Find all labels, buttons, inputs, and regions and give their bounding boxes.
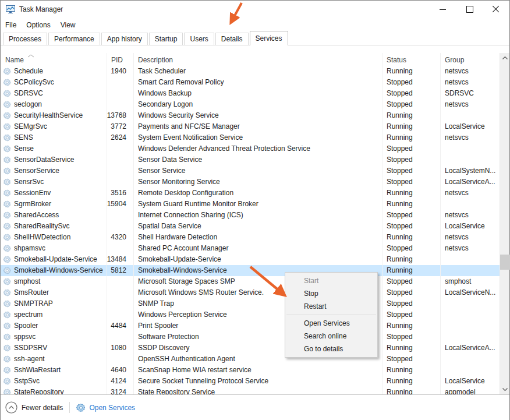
cell-status: Running [382, 132, 440, 143]
table-row[interactable]: SenseWindows Defender Advanced Threat Pr… [1, 143, 500, 154]
chevron-down-icon [502, 388, 508, 391]
table-row[interactable]: SecurityHealthService13768Windows Securi… [1, 110, 500, 121]
minimize-button[interactable] [429, 1, 456, 18]
table-row[interactable]: StateRepository3124State Repository Serv… [1, 387, 500, 394]
cell-pid [107, 210, 133, 221]
table-row[interactable]: SstpSvc4124Secure Socket Tunneling Proto… [1, 376, 500, 387]
table-row[interactable]: seclogonSecondary LogonStoppednetsvcs [1, 99, 500, 110]
column-header-group[interactable]: Group [440, 53, 500, 66]
table-row[interactable]: SharedAccessInternet Connection Sharing … [1, 210, 500, 221]
close-button[interactable] [483, 1, 509, 18]
table-row[interactable]: SensorServiceSensor ServiceStoppedLocalS… [1, 165, 500, 177]
cell-pid [107, 243, 133, 254]
table-row[interactable]: SharedRealitySvcSpatial Data ServiceStop… [1, 221, 500, 232]
cell-group: appmodel [440, 387, 500, 394]
table-row[interactable]: SENS2624System Event Notification Servic… [1, 132, 500, 143]
table-row[interactable]: Smokeball-Windows-Service5812Smokeball-W… [1, 265, 500, 276]
table-row[interactable]: SNMPTRAPSNMP TrapStopped [1, 298, 500, 309]
cell-status: Running [382, 121, 440, 132]
table-row[interactable]: Schedule1940Task SchedulerRunningnetsvcs [1, 66, 500, 77]
table-row[interactable]: SessionEnv3516Remote Desktop Configurati… [1, 188, 500, 199]
tab-startup[interactable]: Startup [149, 33, 183, 45]
cell-status: Stopped [382, 243, 440, 254]
cell-status: Stopped [382, 298, 440, 309]
cell-description: State Repository Service [133, 387, 382, 394]
cell-pid: 3772 [107, 121, 133, 132]
cell-name: SensorService [1, 165, 107, 177]
cell-group: LocalService [440, 221, 500, 232]
cell-status: Stopped [382, 143, 440, 154]
cell-pid [107, 99, 133, 110]
table-row[interactable]: spectrumWindows Perception ServiceStoppe… [1, 309, 500, 320]
cell-pid [107, 298, 133, 309]
cell-description: System Guard Runtime Monitor Broker [133, 199, 382, 210]
cell-status: Running [382, 188, 440, 199]
service-gear-icon [3, 289, 11, 297]
context-menu-item-restart[interactable]: Restart [285, 300, 377, 313]
gear-icon [76, 403, 86, 412]
cell-name: SENS [1, 132, 107, 143]
cell-status: Stopped [382, 331, 440, 343]
table-row[interactable]: Smokeball-Update-Service13484Smokeball-U… [1, 254, 500, 265]
tab-users[interactable]: Users [184, 33, 214, 45]
column-header-status[interactable]: Status [382, 53, 440, 66]
column-header-pid[interactable]: PID [107, 53, 133, 66]
cell-status: Running [382, 376, 440, 387]
list-header: NamePIDDescriptionStatusGroup [1, 53, 500, 66]
table-row[interactable]: ssh-agentOpenSSH Authentication AgentSto… [1, 354, 500, 365]
table-row[interactable]: ShellHWDetection4320Shell Hardware Detec… [1, 232, 500, 243]
scroll-down-button[interactable] [500, 384, 510, 394]
tab-strip: ProcessesPerformanceApp historyStartupUs… [1, 31, 509, 45]
scroll-up-button[interactable] [500, 53, 510, 63]
context-menu-item-open-services[interactable]: Open Services [285, 317, 377, 330]
fewer-details-button[interactable]: Fewer details [5, 401, 63, 414]
cell-name: Schedule [1, 66, 107, 77]
table-row[interactable]: SmsRouterMicrosoft Windows SMS Router Se… [1, 287, 500, 298]
task-manager-window: Task Manager FileOptionsView ProcessesPe… [0, 0, 510, 420]
table-row[interactable]: SgrmBroker15904System Guard Runtime Moni… [1, 199, 500, 210]
table-row[interactable]: Spooler4484Print SpoolerRunning [1, 320, 500, 331]
cell-group [440, 254, 500, 265]
maximize-button[interactable] [456, 1, 483, 18]
cell-group: LocalService [440, 376, 500, 387]
window-title: Task Manager [19, 5, 63, 13]
tab-app-history[interactable]: App history [101, 33, 148, 45]
cell-group: LocalServiceA... [440, 343, 500, 354]
table-row[interactable]: SEMgrSvc3772Payments and NFC/SE ManagerR… [1, 121, 500, 132]
cell-description: Sensor Data Service [133, 154, 382, 165]
cell-group: LocalSystemN... [440, 165, 500, 177]
context-menu-item-search-online[interactable]: Search online [285, 330, 377, 343]
menu-file[interactable]: File [5, 21, 16, 29]
table-row[interactable]: smphostMicrosoft Storage Spaces SMPStopp… [1, 276, 500, 287]
service-gear-icon [3, 333, 11, 341]
column-header-description[interactable]: Description [133, 53, 382, 66]
cell-group: netsvcs [440, 132, 500, 143]
column-header-name[interactable]: Name [1, 53, 107, 66]
scrollbar-thumb[interactable] [500, 255, 510, 270]
vertical-scrollbar[interactable] [500, 53, 509, 394]
table-row[interactable]: shpamsvcShared PC Account ManagerStopped… [1, 243, 500, 254]
cell-group: LocalServiceN... [440, 287, 500, 298]
table-row[interactable]: SshWiaRestart4640ScanSnap Home WIA resta… [1, 365, 500, 376]
table-row[interactable]: SSDPSRV1080SSDP DiscoveryRunningLocalSer… [1, 343, 500, 354]
table-row[interactable]: SensorDataServiceSensor Data ServiceStop… [1, 154, 500, 165]
cell-name: SNMPTRAP [1, 298, 107, 309]
service-gear-icon [3, 366, 11, 374]
service-gear-icon [3, 300, 11, 308]
cell-pid: 1080 [107, 343, 133, 354]
tab-details[interactable]: Details [215, 33, 249, 45]
cell-group [440, 365, 500, 376]
service-gear-icon [3, 145, 11, 153]
menu-view[interactable]: View [61, 21, 76, 29]
table-row[interactable]: sppsvcSoftware ProtectionStopped [1, 331, 500, 343]
menu-options[interactable]: Options [26, 21, 50, 29]
context-menu-item-go-to-details[interactable]: Go to details [285, 343, 377, 355]
tab-processes[interactable]: Processes [3, 33, 47, 45]
table-row[interactable]: SensrSvcSensor Monitoring ServiceStopped… [1, 177, 500, 188]
table-row[interactable]: SDRSVCWindows BackupStoppedSDRSVC [1, 88, 500, 99]
tab-performance[interactable]: Performance [48, 33, 100, 45]
open-services-link[interactable]: Open Services [76, 403, 135, 412]
table-row[interactable]: SCPolicySvcSmart Card Removal PolicyStop… [1, 77, 500, 88]
context-menu-item-stop[interactable]: Stop [285, 287, 377, 300]
tab-services[interactable]: Services [250, 31, 288, 45]
